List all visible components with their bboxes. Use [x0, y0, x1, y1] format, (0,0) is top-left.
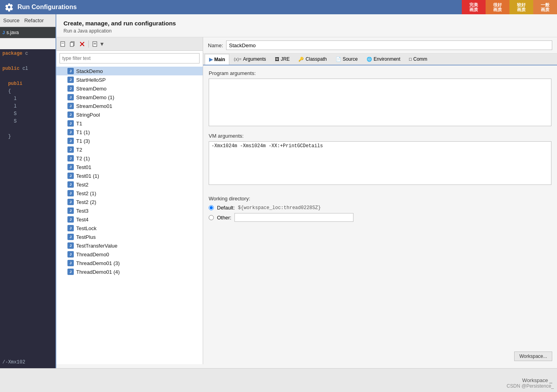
default-radio[interactable] [209, 205, 214, 210]
list-item[interactable]: JThreadDemo01 (3) [56, 259, 203, 267]
new-launch-config-button[interactable] [59, 40, 67, 48]
list-item[interactable]: JStreamDemo [56, 84, 203, 93]
program-args-input[interactable] [209, 79, 551, 126]
configs-panel: ▾ JStackDemoJStartHelloSPJStreamDemoJStr… [56, 37, 203, 364]
other-dir-input[interactable] [234, 213, 353, 222]
workspace-label-text: Workspace _ [522, 377, 552, 383]
file-tab[interactable]: J s.java [0, 27, 56, 38]
config-item-label: StackDemo [76, 68, 103, 74]
svg-rect-17 [70, 42, 73, 46]
tab-environment[interactable]: 🌐 Environment [362, 54, 405, 65]
dialog-title: Create, manage, and run configurations [63, 20, 550, 27]
config-item-label: T1 (1) [76, 129, 90, 135]
list-item[interactable]: JTest2 (1) [56, 189, 203, 198]
config-item-label: TestPlus [76, 234, 96, 240]
java-config-icon: J [67, 138, 74, 144]
tab-classpath-label: Classpath [305, 56, 327, 62]
file-tab-label: s.java [6, 30, 19, 35]
filter-button[interactable] [91, 40, 100, 48]
menu-source[interactable]: Source [3, 17, 19, 23]
config-item-label: StringPool [76, 112, 100, 118]
config-item-label: TestLock [76, 225, 96, 231]
java-config-icon: J [67, 146, 74, 153]
code-line-4 [0, 73, 56, 80]
list-item[interactable]: JStringPool [56, 110, 203, 119]
list-item[interactable]: JStackDemo [56, 67, 203, 75]
other-radio[interactable] [209, 215, 214, 220]
list-item[interactable]: JThreadDemo0 [56, 250, 203, 259]
code-line-8: l [0, 103, 56, 110]
list-item[interactable]: JT1 (1) [56, 128, 203, 136]
java-config-icon: J [67, 129, 74, 135]
list-item[interactable]: JTest01 [56, 163, 203, 171]
java-config-icon: J [67, 251, 74, 257]
svg-rect-14 [61, 42, 65, 46]
copy-launch-config-button[interactable] [68, 40, 77, 48]
list-item[interactable]: JTest4 [56, 215, 203, 224]
java-config-icon: J [67, 225, 74, 231]
tab-comm[interactable]: □ Comm [405, 54, 432, 65]
list-item[interactable]: JTestTransferValue [56, 241, 203, 250]
java-config-icon: J [67, 234, 74, 240]
default-radio-row: Default: ${workspace_loc:thread0228SZ} [209, 205, 551, 211]
config-item-label: T1 [76, 121, 82, 127]
list-item[interactable]: JT1 (3) [56, 136, 203, 145]
tab-classpath[interactable]: 🔑 Classpath [294, 54, 331, 65]
list-item[interactable]: JThreadDemo01 (4) [56, 267, 203, 276]
list-item[interactable]: JTestPlus [56, 233, 203, 241]
code-line-6: { [0, 88, 56, 95]
config-filter-input[interactable] [60, 53, 200, 63]
run-configurations-dialog: Create, manage, and run configurations R… [56, 14, 557, 368]
gear-icon [5, 3, 13, 12]
config-item-label: Test2 [76, 182, 88, 188]
java-config-icon: J [67, 181, 74, 188]
menu-refactor[interactable]: Refactor [24, 17, 44, 23]
workspace-button[interactable]: Workspace... [514, 352, 552, 361]
java-config-icon: J [67, 155, 74, 161]
name-row: Name: [203, 37, 557, 54]
tab-arguments[interactable]: (x)= Arguments [229, 54, 270, 65]
default-workspace-value: ${workspace_loc:thread0228SZ} [238, 205, 321, 211]
content-area: Program arguments: VM arguments: -Xmx102… [203, 65, 557, 364]
config-item-label: Test2 (1) [76, 190, 96, 196]
workspace-status-label: Workspace _ [522, 377, 552, 383]
list-item[interactable]: JStreamDemo01 [56, 102, 203, 110]
list-item[interactable]: JTestLock [56, 224, 203, 233]
java-config-icon: J [67, 111, 74, 118]
config-item-label: StreamDemo01 [76, 103, 112, 109]
config-item-label: StreamDemo [76, 86, 107, 92]
java-config-icon: J [67, 208, 74, 214]
code-line-3: public cl [0, 65, 56, 73]
list-item[interactable]: JTest2 (2) [56, 198, 203, 206]
list-item[interactable]: JTest01 (1) [56, 171, 203, 180]
delete-launch-config-button[interactable] [78, 40, 86, 48]
config-item-label: Test2 (2) [76, 199, 96, 205]
java-file-icon: J [2, 30, 5, 35]
list-item[interactable]: JT2 (1) [56, 154, 203, 163]
tab-environment-icon: 🌐 [367, 57, 372, 62]
list-item[interactable]: JStartHelloSP [56, 75, 203, 84]
java-config-icon: J [67, 190, 74, 196]
config-item-label: T1 (3) [76, 138, 90, 144]
other-radio-label: Other: [217, 215, 231, 221]
tab-main[interactable]: ▶ Main [205, 54, 229, 65]
list-item[interactable]: JT1 [56, 119, 203, 128]
config-item-label: ThreadDemo0 [76, 252, 109, 257]
java-config-icon: J [67, 269, 74, 275]
tab-jre[interactable]: 🖼 JRE [271, 54, 294, 65]
vm-args-input[interactable]: -Xmx1024m -Xms1024m -XX:+PrintGCDetails [209, 141, 551, 185]
tab-source[interactable]: 📄 Source [331, 54, 362, 65]
java-config-icon: J [67, 173, 74, 179]
list-item[interactable]: JStreamDemo (1) [56, 93, 203, 102]
name-input[interactable] [226, 40, 552, 50]
badge-good: 很好 画质 [486, 0, 509, 14]
tab-arguments-icon: (x)= [234, 57, 241, 61]
config-item-label: StartHelloSP [76, 77, 106, 83]
list-item[interactable]: JTest3 [56, 206, 203, 215]
tab-classpath-icon: 🔑 [298, 57, 304, 62]
list-item[interactable]: JT2 [56, 145, 203, 154]
vm-hint: /-Xmx102 [0, 359, 56, 367]
vm-args-label: VM arguments: [209, 133, 551, 139]
filter-dropdown-button[interactable]: ▾ [100, 40, 104, 48]
list-item[interactable]: JTest2 [56, 180, 203, 189]
